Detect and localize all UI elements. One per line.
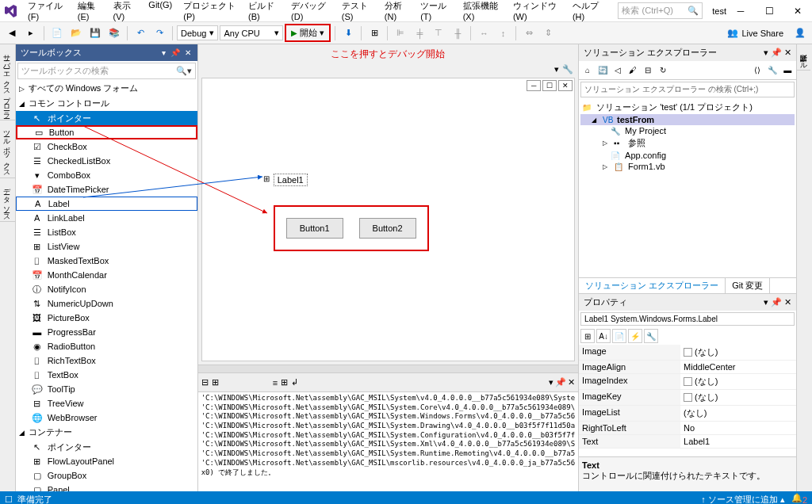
- se-properties-icon[interactable]: 🔧: [765, 63, 779, 78]
- toolbox-item-datetimepicker[interactable]: 📅DateTimePicker: [16, 182, 197, 197]
- form-max-icon[interactable]: ☐: [542, 80, 557, 91]
- toolbox-item-listview[interactable]: ⊞ListView: [16, 239, 197, 254]
- se-back-icon[interactable]: ◁: [611, 63, 625, 78]
- redo-button[interactable]: ↷: [151, 25, 168, 42]
- align-center-button[interactable]: ╪: [411, 25, 428, 42]
- output-word-wrap-icon[interactable]: ↲: [291, 377, 298, 388]
- se-appconfig-node[interactable]: 📄App.config: [580, 150, 795, 161]
- toolbox-item-panel[interactable]: ▢Panel: [16, 483, 197, 491]
- vtab-server-explorer[interactable]: サーバー エクスプローラー: [0, 44, 15, 120]
- se-search[interactable]: ソリューション エクスプローラー の検索 (Ctrl+;): [580, 82, 795, 97]
- account-button[interactable]: 👤: [791, 25, 809, 42]
- align-top-button[interactable]: ⊤: [430, 25, 447, 42]
- se-references-node[interactable]: ▷▪▪参照: [580, 136, 795, 150]
- toolbox-category[interactable]: ◢コンテナー: [16, 425, 197, 440]
- prop-events-icon[interactable]: ⚡: [628, 329, 642, 343]
- se-form-node[interactable]: ▷📋Form1.vb: [580, 161, 795, 172]
- pin-icon[interactable]: 📌: [169, 48, 182, 57]
- props-dropdown-icon[interactable]: ▾: [764, 297, 768, 307]
- platform-combo[interactable]: Any CPU▾: [220, 25, 283, 40]
- menu-tools[interactable]: ツール(T): [415, 0, 458, 25]
- se-home-icon[interactable]: ⌂: [580, 63, 595, 78]
- se-collapse-icon[interactable]: ⊟: [641, 63, 655, 78]
- menu-extensions[interactable]: 拡張機能(X): [458, 0, 508, 25]
- doc-dropdown-icon[interactable]: ▾: [554, 64, 559, 74]
- open-file-button[interactable]: 📂: [67, 25, 85, 42]
- se-showall-icon[interactable]: ▬: [780, 63, 795, 78]
- prop-row-image[interactable]: Image(なし): [579, 345, 796, 361]
- prop-row-imageindex[interactable]: ImageIndex(なし): [579, 374, 796, 390]
- menu-project[interactable]: プロジェクト(P): [178, 0, 243, 25]
- undo-button[interactable]: ↶: [132, 25, 149, 42]
- output-pin-icon[interactable]: 📌: [555, 377, 566, 388]
- prop-row-text[interactable]: TextLabel1: [579, 435, 796, 449]
- se-myproject-node[interactable]: 🔧My Project: [580, 125, 795, 136]
- tool-icon[interactable]: ⊞: [366, 25, 383, 42]
- prop-row-imagelist[interactable]: ImageList(なし): [579, 406, 796, 422]
- toolbox-item-monthcalendar[interactable]: 📅MonthCalendar: [16, 268, 197, 282]
- step-button[interactable]: ⬇: [339, 25, 357, 42]
- prop-categorized-icon[interactable]: ⊞: [580, 329, 595, 343]
- toolbox-item-richtextbox[interactable]: ⌷RichTextBox: [16, 353, 197, 368]
- menu-window[interactable]: ウィンドウ(W): [508, 0, 567, 25]
- se-close-icon[interactable]: ✕: [784, 48, 791, 58]
- align-middle-button[interactable]: ╫: [449, 25, 466, 42]
- vtab-toolbox[interactable]: ツールボックス: [0, 120, 15, 178]
- menu-file[interactable]: ファイル(F): [22, 0, 72, 25]
- property-grid[interactable]: Image(なし)ImageAlignMiddleCenterImageInde…: [579, 345, 796, 456]
- menu-test[interactable]: テスト(S): [336, 0, 379, 25]
- menu-help[interactable]: ヘルプ(H): [567, 0, 611, 25]
- toolbox-item-picturebox[interactable]: 🖼PictureBox: [16, 311, 197, 325]
- toolbox-item-groupbox[interactable]: ▢GroupBox: [16, 468, 197, 483]
- doc-wrench-icon[interactable]: 🔧: [562, 64, 573, 74]
- start-debug-button[interactable]: ▶ 開始 ▾: [285, 24, 331, 42]
- maximize-button[interactable]: ☐: [755, 2, 783, 21]
- tab-solution-explorer[interactable]: ソリューション エクスプローラー: [579, 278, 726, 293]
- menu-analyze[interactable]: 分析(N): [379, 0, 415, 25]
- toolbox-item-combobox[interactable]: ▾ComboBox: [16, 168, 197, 182]
- toolbox-item-tooltip[interactable]: 💬ToolTip: [16, 382, 197, 396]
- form-min-icon[interactable]: ─: [527, 80, 541, 91]
- se-brush-icon[interactable]: 🖌: [626, 63, 640, 78]
- menu-debug[interactable]: デバッグ(D): [285, 0, 336, 25]
- se-tree[interactable]: 📁ソリューション 'test' (1/1 プロジェクト) ◢VBtestFrom…: [579, 99, 796, 277]
- back-button[interactable]: ◀: [3, 25, 21, 42]
- toolbox-search[interactable]: ツールボックスの検索 🔍▾: [17, 63, 196, 79]
- minimize-button[interactable]: ─: [726, 2, 755, 21]
- close-button[interactable]: ✕: [783, 2, 812, 21]
- size-width-button[interactable]: ↔: [475, 25, 492, 42]
- toolbox-item-textbox[interactable]: ⌷TextBox: [16, 368, 197, 382]
- live-share-button[interactable]: 👥 Live Share: [721, 28, 790, 38]
- config-combo[interactable]: Debug▾: [177, 25, 218, 40]
- menu-build[interactable]: ビルド(B): [243, 0, 285, 25]
- prop-row-imagekey[interactable]: ImageKey(なし): [579, 390, 796, 406]
- output-text[interactable]: 'C:\WINDOWS\Microsoft.Net\assembly\GAC_M…: [198, 392, 578, 491]
- notifications-icon[interactable]: 🔔2: [791, 493, 807, 504]
- se-view-code-icon[interactable]: ⟨⟩: [750, 63, 764, 78]
- se-sync-icon[interactable]: 🔄: [596, 63, 610, 78]
- menu-edit[interactable]: 編集(E): [72, 0, 108, 25]
- toolbox-item-webbrowser[interactable]: 🌐WebBrowser: [16, 410, 197, 425]
- output-filter-icon[interactable]: ⊞: [281, 377, 288, 388]
- prop-alpha-icon[interactable]: A↓: [596, 329, 611, 343]
- props-pin-icon[interactable]: 📌: [771, 297, 782, 307]
- new-project-button[interactable]: 📄: [48, 25, 66, 42]
- prop-row-righttoleft[interactable]: RightToLeftNo: [579, 422, 796, 435]
- designer-button2[interactable]: Button2: [359, 218, 416, 239]
- vtab-diagnostic-tools[interactable]: 診断ツール: [797, 44, 810, 71]
- menu-view[interactable]: 表示(V): [108, 0, 144, 25]
- prop-props-icon[interactable]: 📄: [612, 329, 626, 343]
- vtab-data-sources[interactable]: データ ソース: [0, 178, 15, 223]
- se-solution-node[interactable]: 📁ソリューション 'test' (1/1 プロジェクト): [580, 101, 795, 114]
- toolbox-item-flowlayoutpanel[interactable]: ⊞FlowLayoutPanel: [16, 454, 197, 468]
- align-left-button[interactable]: ⊫: [392, 25, 409, 42]
- toolbox-item-ポインター[interactable]: ↖ポインター: [16, 440, 197, 454]
- toolbox-item-linklabel[interactable]: ALinkLabel: [16, 211, 197, 225]
- se-pin-icon[interactable]: 📌: [771, 48, 782, 58]
- toolbox-options-icon[interactable]: ▾: [160, 48, 167, 57]
- size-height-button[interactable]: ↕: [494, 25, 511, 42]
- property-selector[interactable]: Label1 System.Windows.Forms.Label: [580, 312, 795, 326]
- close-panel-icon[interactable]: ✕: [183, 48, 193, 57]
- se-refresh-icon[interactable]: ↻: [656, 63, 670, 78]
- toolbox-item-checkedlistbox[interactable]: ☰CheckedListBox: [16, 154, 197, 168]
